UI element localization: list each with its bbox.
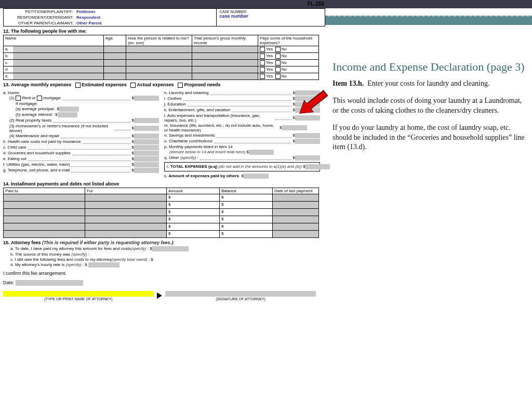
petitioner-label: PETITIONER/PLAINTIFF: [6,9,73,14]
date-field[interactable] [16,280,83,286]
pays-field[interactable]: Yes No [258,46,319,53]
instruction-panel: Income and Expense Declaration (page 3) … [332,60,525,159]
attorney-name-line[interactable] [3,291,154,297]
col-age: Age [104,35,126,46]
total-box: r. TOTAL EXPENSES (a-q) (do not add in t… [164,162,320,171]
amt-health[interactable] [134,139,159,144]
amt-lifeins[interactable] [282,125,307,130]
respondent-value: Respondent [73,15,100,20]
case-number-label: CASE NUMBER: [220,10,322,14]
col-relation: How the person is related to me? (ex: so… [126,35,192,46]
amt-item14[interactable] [249,150,274,155]
form-fl150: FL-150 PETITIONER/PLAINTIFF:Petitioner R… [3,8,325,301]
case-number-value: case number [220,14,322,19]
amt-maint[interactable] [134,134,159,139]
sec13-title: 13. Average monthly expenses Estimated e… [3,82,325,88]
sec15-title: 15. Attorney fees (This is required if e… [3,240,325,245]
instruction-p3: If you do your laundry at home, the cost… [332,123,525,153]
instruction-p1: Enter your costs for laundry and cleanin… [367,79,489,87]
amt-home[interactable] [134,96,159,101]
respondent-label: RESPONDENT/DEFENDANT: [6,15,73,20]
col-pays: Pays some of the household expenses? [258,35,319,46]
col-name: Name [4,35,104,46]
arrow-icon [157,292,162,299]
amt-paid-atty[interactable] [152,246,189,251]
amt-others[interactable] [244,174,269,179]
other-value: Other Parent [73,21,101,25]
window-titlebar [0,0,532,8]
amt-principal[interactable] [59,107,79,112]
sec12-table: Name Age How the person is related to me… [3,35,319,80]
amt-char[interactable] [295,139,320,144]
form-id: FL-150 [308,1,324,7]
checkbox-actual[interactable] [130,83,136,88]
amt-util[interactable] [134,162,159,167]
col-income: That person's gross monthly income [192,35,258,46]
checkbox-proposed[interactable] [178,83,183,88]
confirm-text: I confirm this fee arrangement. [3,271,325,276]
amt-tax[interactable] [134,118,159,123]
amt-hourly[interactable] [88,262,119,268]
amt-child[interactable] [134,145,159,150]
amt-groc[interactable] [134,151,159,156]
petitioner-value: Petitioner [73,9,96,14]
other-label: OTHER PARENT/CLAIMANT: [6,21,73,25]
relation-field[interactable] [126,46,192,53]
attorney-sig-line[interactable] [165,291,316,297]
amt-interest[interactable] [58,112,77,117]
sec12-title: 12. The following people live with me: [3,29,325,34]
sec14-table: Paid toForAmountBalanceDate of last paym… [3,188,319,238]
amt-ins[interactable] [134,126,159,131]
sec13-body: a. Home: (1) Rent or mortgage$ If mortga… [3,90,325,179]
item-ref: Item 13.h. [332,79,364,87]
checkbox-mortgage[interactable] [37,96,42,101]
case-header: PETITIONER/PLAINTIFF:Petitioner RESPONDE… [3,8,325,26]
amt-save[interactable] [295,133,320,138]
amt-laundry[interactable] [295,90,320,96]
amt-eat[interactable] [134,156,159,162]
sec14-title: 14. Installment payments and debts not l… [3,181,325,187]
checkbox-estimated[interactable] [75,83,81,88]
amt-other[interactable] [295,155,320,161]
checkbox-rent[interactable] [16,96,21,101]
instruction-p2: This would include costs of doing your l… [332,96,525,116]
name-field[interactable] [13,46,104,53]
amt-phone[interactable] [134,168,159,173]
amt-total[interactable] [305,164,330,169]
income-field[interactable] [192,46,258,53]
age-field[interactable] [104,46,126,53]
instruction-title: Income and Expense Declaration (page 3) [332,60,525,74]
